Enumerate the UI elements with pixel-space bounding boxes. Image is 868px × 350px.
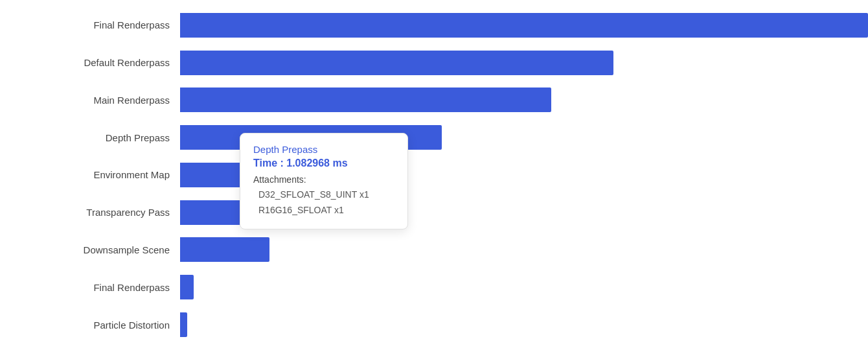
tooltip-attachment-item: D32_SFLOAT_S8_UINT x1 xyxy=(253,187,394,203)
bar-row: Transparency Pass xyxy=(0,196,868,229)
tooltip: Depth Prepass Time : 1.082968 ms Attachm… xyxy=(240,133,408,229)
bar-label: Particle Distortion xyxy=(0,320,180,331)
bar-label: Transparency Pass xyxy=(0,207,180,218)
bar-row: Downsample Scene xyxy=(0,233,868,266)
bar-label: Final Renderpass xyxy=(0,19,180,30)
bar-track xyxy=(180,237,868,262)
bar-row: Final Renderpass xyxy=(0,8,868,42)
bar-row: Final Renderpass xyxy=(0,270,868,304)
bar-row: Main Renderpass xyxy=(0,83,868,117)
tooltip-attachments-label: Attachments: xyxy=(253,174,394,185)
bar-track xyxy=(180,312,868,337)
bar-fill xyxy=(180,237,269,262)
bar-fill xyxy=(180,51,613,75)
bar-label: Final Renderpass xyxy=(0,282,180,293)
bar-label: Depth Prepass xyxy=(0,132,180,143)
bar-row: Environment Map xyxy=(0,158,868,192)
tooltip-attachment-item: R16G16_SFLOAT x1 xyxy=(253,203,394,218)
bar-track xyxy=(180,51,868,75)
bar-row: Particle Distortion xyxy=(0,308,868,342)
bar-fill xyxy=(180,88,551,112)
bar-row: Default Renderpass xyxy=(0,46,868,80)
bar-chart: Final RenderpassDefault RenderpassMain R… xyxy=(0,0,868,350)
bar-fill xyxy=(180,312,187,337)
bar-track xyxy=(180,275,868,299)
bar-track xyxy=(180,88,868,112)
bar-label: Downsample Scene xyxy=(0,244,180,255)
bar-label: Environment Map xyxy=(0,169,180,180)
bar-label: Main Renderpass xyxy=(0,95,180,106)
bar-fill xyxy=(180,13,868,38)
tooltip-title: Depth Prepass xyxy=(253,144,394,155)
tooltip-time: Time : 1.082968 ms xyxy=(253,158,394,169)
bar-row: Depth Prepass xyxy=(0,121,868,154)
bar-label: Default Renderpass xyxy=(0,57,180,68)
tooltip-attachments: D32_SFLOAT_S8_UINT x1R16G16_SFLOAT x1 xyxy=(253,187,394,218)
bar-fill xyxy=(180,275,194,299)
bar-track xyxy=(180,13,868,38)
